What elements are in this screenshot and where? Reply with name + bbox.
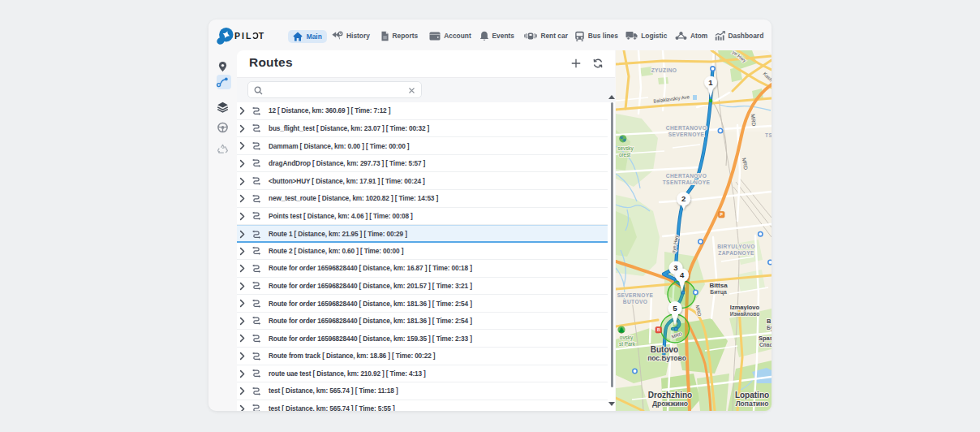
svg-text:BIRYULYOVO: BIRYULYOVO (717, 244, 755, 249)
svg-text:🐾: 🐾 (620, 135, 627, 142)
svg-text:Дрожжино: Дрожжино (652, 400, 688, 408)
svg-text:ovsky: ovsky (620, 335, 634, 341)
svg-text:Спас: Спас (759, 342, 772, 348)
svg-text:BUTOVO: BUTOVO (623, 299, 648, 305)
svg-text:Битца: Битца (710, 289, 727, 296)
svg-text:2: 2 (681, 194, 686, 203)
svg-text:TSENTRALNOYE: TSENTRALNOYE (663, 179, 711, 185)
svg-text:ZYUZINO: ZYUZINO (651, 67, 677, 73)
svg-text:Drozhzhino: Drozhzhino (648, 391, 692, 400)
svg-text:sevsky: sevsky (617, 145, 634, 152)
svg-text:4: 4 (680, 270, 685, 279)
svg-text:Лопатино: Лопатино (736, 400, 769, 408)
svg-text:SEVERNOYE: SEVERNOYE (668, 132, 705, 137)
svg-text:Измайлово: Измайлово (730, 311, 760, 317)
svg-text:CHERTANOVO: CHERTANOVO (666, 173, 707, 179)
svg-text:CHERTANOVO: CHERTANOVO (666, 125, 707, 131)
svg-text:SEVERNOYE: SEVERNOYE (617, 292, 654, 298)
svg-text:1: 1 (708, 78, 713, 87)
svg-text:MRD: MRD (750, 114, 757, 127)
svg-text:B: B (657, 327, 660, 332)
svg-text:st Park: st Park (619, 341, 636, 347)
svg-text:Bittsa: Bittsa (709, 282, 728, 289)
svg-text:🌲: 🌲 (618, 326, 625, 334)
svg-text:ZAPADNOYE: ZAPADNOYE (718, 250, 754, 256)
svg-text:Izmaylovo: Izmaylovo (730, 304, 760, 311)
svg-text:orest: orest (619, 152, 630, 158)
svg-text:Butovo: Butovo (651, 345, 678, 354)
svg-text:Lopatino: Lopatino (735, 391, 769, 400)
svg-text:TSAR: TSAR (765, 132, 772, 138)
svg-text:5: 5 (673, 304, 677, 313)
svg-text:Бу: Бу (767, 325, 772, 331)
svg-text:Spass: Spass (759, 335, 772, 342)
svg-text:B: B (767, 318, 772, 325)
svg-text:пос.Бутово: пос.Бутово (647, 354, 686, 362)
